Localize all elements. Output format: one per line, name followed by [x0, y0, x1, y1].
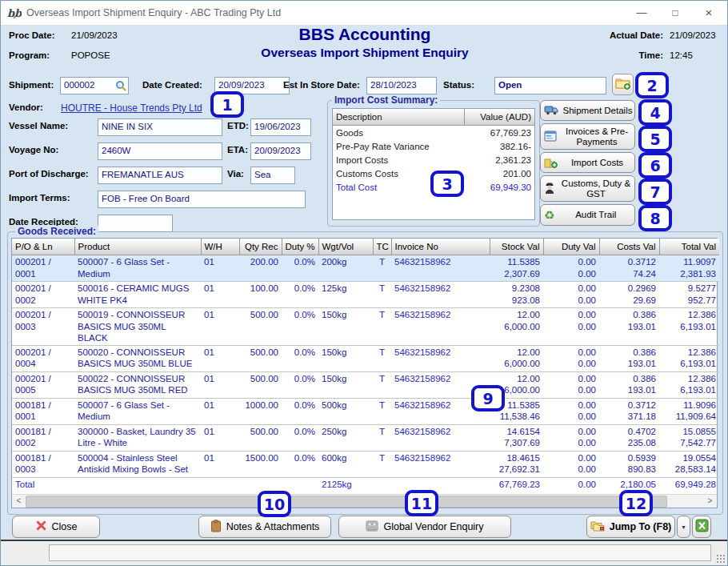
excel-icon [695, 519, 709, 535]
goods-row[interactable]: 000201 /0005500022 - CONNOISSEUR BASICS … [12, 371, 719, 398]
cell-invoice-no: 54632158962 [391, 282, 490, 308]
app-title: BBS Accounting [201, 25, 529, 44]
window-title: Overseas Import Shipment Enquiry - ABC T… [26, 7, 281, 18]
invoice-no-link[interactable]: 54632158962 [394, 400, 450, 410]
jump-folders-icon [590, 520, 605, 534]
jump-to-dropdown-button[interactable]: ▼ [677, 516, 690, 538]
column-header-w-h[interactable]: W/H [201, 239, 239, 255]
goods-row[interactable]: 000181 /0003500004 - Stainless Steel Ant… [12, 451, 719, 477]
invoice-no-link[interactable]: 54632158962 [394, 427, 450, 436]
goods-row[interactable]: 000201 /0003500019 - CONNOISSEUR BASICS … [12, 308, 719, 346]
audit-trail-button[interactable]: ♻Audit Trail [540, 204, 635, 226]
cell-warehouse: 01 [201, 398, 239, 424]
global-vendor-enquiry-button[interactable]: Global Vendor Enquiry [338, 516, 511, 538]
via-field[interactable]: Sea [250, 167, 295, 184]
column-header-wgt-vol[interactable]: Wgt/Vol [318, 239, 373, 255]
scroll-right-icon[interactable]: > [704, 496, 716, 506]
import-costs-button[interactable]: Import Costs [540, 152, 635, 173]
voyage-no-label: Voyage No: [9, 145, 58, 155]
cell-costs-val-line: 193.01 [602, 384, 656, 396]
cell-total-val-line: 9.5277 [662, 283, 716, 295]
import-costs-icon [544, 156, 558, 170]
goods-row[interactable]: 000201 /0002500016 - CERAMIC MUGS WHITE … [12, 282, 719, 308]
column-header-invoice-no[interactable]: Invoice No [391, 239, 490, 255]
cell-total-val-line: 11.9096 [662, 399, 716, 411]
status-field[interactable]: Open [494, 77, 606, 94]
cost-summary-row: Import Costs2,361.23 [333, 153, 534, 167]
invoice-no-link[interactable]: 54632158962 [394, 347, 450, 357]
invoice-no-link[interactable]: 54632158962 [394, 310, 450, 319]
lookup-magnifier-icon[interactable] [115, 80, 126, 93]
cell-duty-pct: 0.0% [282, 255, 318, 282]
column-header-costs-val[interactable]: Costs Val [599, 239, 659, 255]
goods-row[interactable]: 000201 /0004500020 - CONNOISSEUR BASICS … [12, 345, 719, 371]
invoices-pre-payments-button[interactable]: Invoices & Pre-Payments [540, 123, 635, 150]
close-button[interactable]: Close [12, 516, 100, 538]
export-excel-button[interactable] [692, 516, 711, 538]
goods-row[interactable]: 000181 /0002300000 - Basket, Laundry 35 … [12, 424, 719, 451]
horizontal-scrollbar[interactable]: < > [12, 494, 717, 508]
cell-costs-val-line: 0.386 [602, 309, 656, 321]
column-header-stock-val[interactable]: Stock Val [490, 239, 543, 255]
svg-text:b: b [14, 7, 22, 19]
cell-stock-val-line: 18.4615 [493, 452, 540, 464]
maximize-icon[interactable]: □ [658, 1, 692, 25]
shipment-details-button[interactable]: Shipment Details [540, 100, 635, 121]
import-terms-field[interactable]: FOB - Free On Board [98, 191, 306, 208]
cell-qty-rec: 500.00 [239, 345, 282, 371]
column-header-tc[interactable]: TC [373, 239, 391, 255]
shipment-input[interactable]: 000002 [60, 77, 129, 94]
date-receipted-field[interactable] [98, 215, 173, 232]
cell-costs-val-line: 371.18 [602, 411, 656, 423]
column-header-p-o-ln[interactable]: P/O & Ln [12, 239, 74, 255]
page-title: Overseas Import Shipment Enquiry [161, 46, 569, 60]
customs-duty-gst-button[interactable]: Customs, Duty & GST [540, 175, 635, 202]
cell-total-val-line: 11.9097 [662, 256, 716, 268]
close-window-icon[interactable]: × [692, 1, 726, 25]
cell-total-val-line: 15.0855 [662, 426, 716, 438]
scroll-left-icon[interactable]: < [13, 496, 25, 506]
notes-attachments-button[interactable]: Notes & Attachments [198, 516, 331, 538]
column-header-duty-val[interactable]: Duty Val [543, 239, 599, 255]
cell-po-ln: 000201 /0001 [12, 255, 74, 282]
cell-duty-pct: 0.0% [282, 424, 318, 451]
minimize-icon[interactable]: — [625, 1, 658, 25]
goods-row[interactable]: 000181 /0001500007 - 6 Glass Set - Mediu… [12, 398, 719, 424]
import-cost-summary-table: Description Value (AUD) Goods67,769.23Pr… [332, 108, 535, 220]
close-button-label: Close [52, 521, 78, 532]
port-of-discharge-field[interactable]: FREMANATLE AUS [98, 167, 222, 184]
annotation-8: 8 [638, 205, 672, 231]
column-header-qty-rec[interactable]: Qty Rec [239, 239, 282, 255]
column-header-product[interactable]: Product [74, 239, 201, 255]
etd-field[interactable]: 19/06/2023 [250, 118, 311, 136]
total-stock-val: 67,769.23 [490, 477, 543, 491]
scrollbar-thumb[interactable] [26, 496, 667, 508]
cell-stock-val-line: 6,000.00 [493, 321, 540, 333]
vendor-link[interactable]: HOUTRE - House Trends Pty Ltd [61, 102, 202, 114]
cell-product: 500007 - 6 Glass Set - Medium [74, 255, 201, 282]
voyage-no-field[interactable]: 2460W [98, 143, 222, 160]
cost-value: 67,769.23 [490, 128, 531, 138]
invoice-no-link[interactable]: 54632158962 [394, 453, 450, 463]
cell-invoice-no: 54632158962 [391, 451, 490, 477]
invoice-no-link[interactable]: 54632158962 [394, 283, 450, 293]
cell-po-ln: 000201 /0005 [12, 371, 74, 398]
new-shipment-folder-button[interactable] [612, 74, 634, 95]
dropdown-arrow-icon: ▼ [681, 524, 686, 530]
invoice-no-link[interactable]: 54632158962 [394, 257, 450, 267]
column-header-total-val[interactable]: Total Val [659, 239, 719, 255]
invoice-no-link[interactable]: 54632158962 [394, 374, 450, 383]
cell-qty-rec: 1000.00 [239, 398, 282, 424]
cell-qty-rec: 500.00 [239, 424, 282, 451]
est-in-store-field[interactable]: 28/10/2023 [366, 77, 437, 94]
vessel-name-field[interactable]: NINE IN SIX [98, 118, 222, 136]
goods-row[interactable]: 000201 /0001500007 - 6 Glass Set - Mediu… [12, 255, 719, 282]
cell-duty-val-line: 0.00 [546, 399, 596, 411]
column-header-duty[interactable]: Duty % [282, 239, 318, 255]
cell-duty-val-line: 0.00 [546, 256, 596, 268]
eta-field[interactable]: 20/09/2023 [250, 143, 311, 160]
cell-duty-val: 0.000.00 [543, 451, 599, 477]
resize-grip[interactable] [716, 554, 725, 563]
jump-to-button[interactable]: Jump To (F8) [586, 516, 675, 538]
proc-date-value: 21/09/2023 [71, 30, 118, 40]
